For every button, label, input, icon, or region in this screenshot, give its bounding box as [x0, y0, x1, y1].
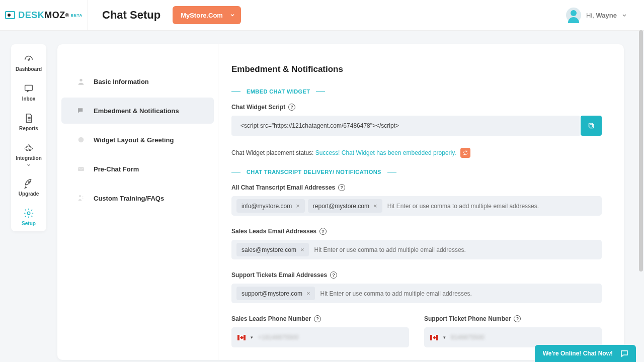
subnav-prechat[interactable]: Pre-Chat Form — [61, 156, 214, 182]
nav-dashboard[interactable]: Dashboard — [16, 53, 42, 72]
svg-point-3 — [27, 212, 30, 215]
help-icon[interactable]: ? — [330, 272, 337, 279]
site-selector[interactable]: MyStore.Com — [173, 6, 241, 24]
nav-reports[interactable]: Reports — [19, 113, 38, 131]
training-icon — [76, 194, 86, 203]
logo-text: DESKMOZ®BETA — [5, 10, 83, 21]
svg-point-2 — [29, 182, 30, 183]
svg-point-4 — [79, 79, 82, 81]
nav-setup[interactable]: Setup — [22, 208, 36, 226]
rocket-icon — [23, 178, 34, 189]
nav-integration[interactable]: Integration — [16, 142, 42, 167]
svg-rect-9 — [589, 123, 592, 127]
content-area: Embedment & Notifications EMBED CHAT WID… — [218, 44, 624, 360]
topbar: DESKMOZ®BETA Chat Setup MyStore.Com Hi, … — [0, 0, 644, 31]
svg-rect-1 — [25, 85, 33, 90]
svg-point-0 — [28, 59, 30, 60]
subnav-widget-layout[interactable]: Widget Layout & Greeting — [61, 127, 214, 153]
email-input[interactable] — [318, 287, 597, 300]
scrollbar-thumb[interactable] — [639, 30, 643, 272]
gear-icon — [23, 208, 34, 219]
setup-subnav: Basic Information Embedment & Notificati… — [57, 44, 218, 360]
support-email-input[interactable]: support@mystore.com× — [231, 284, 602, 303]
logo-icon — [5, 11, 15, 19]
support-phone-label: Support Ticket Phone Number? — [424, 315, 602, 322]
sales-email-label: Sales Leads Email Addresses? — [231, 228, 602, 235]
svg-rect-6 — [78, 167, 84, 171]
page-title: Chat Setup — [102, 9, 160, 22]
email-tag: report@mystore.com× — [308, 199, 382, 213]
script-row: <script src="https://121chatagent.com/67… — [231, 116, 602, 136]
remove-tag-icon[interactable]: × — [306, 290, 310, 297]
user-menu[interactable]: Hi, Wayne — [566, 8, 644, 23]
palette-icon — [76, 135, 86, 144]
chevron-down-icon — [230, 12, 235, 19]
chat-icon — [23, 83, 34, 94]
help-icon[interactable]: ? — [288, 104, 295, 111]
email-input[interactable] — [312, 243, 597, 256]
sales-phone-label: Sales Leads Phone Number? — [231, 315, 409, 322]
embed-icon — [76, 106, 86, 115]
sidebar-rail: Dashboard Inbox Reports Integration Upgr… — [11, 44, 46, 231]
subnav-embedment[interactable]: Embedment & Notifications — [61, 98, 214, 124]
logo[interactable]: DESKMOZ®BETA — [0, 0, 88, 30]
refresh-icon — [462, 150, 468, 156]
flag-canada-icon — [237, 335, 246, 340]
chevron-down-icon[interactable]: ▾ — [251, 335, 253, 340]
document-icon — [23, 113, 34, 124]
help-icon[interactable]: ? — [314, 315, 321, 322]
svg-rect-8 — [590, 124, 593, 128]
support-email-label: Support Tickets Email Addresses? — [231, 272, 602, 279]
remove-tag-icon[interactable]: × — [373, 202, 377, 210]
help-icon[interactable]: ? — [338, 184, 345, 191]
section-transcript-header: CHAT TRANSCRIPT DELIVERY/ NOTIFICATIONS — [231, 169, 602, 175]
scrollbar[interactable] — [639, 0, 643, 362]
svg-point-7 — [79, 195, 81, 197]
email-tag: support@mystore.com× — [236, 287, 315, 300]
gauge-icon — [23, 53, 34, 64]
nav-inbox[interactable]: Inbox — [22, 83, 36, 102]
email-input[interactable] — [385, 200, 597, 213]
flag-canada-icon — [430, 335, 438, 340]
placement-status: Chat Widget placement status: Success! C… — [231, 148, 602, 158]
help-icon[interactable]: ? — [319, 228, 327, 235]
live-chat-widget[interactable]: We're Online! Chat Now! — [535, 345, 636, 362]
section-embed-header: EMBED CHAT WIDGET — [231, 88, 602, 95]
copy-script-button[interactable] — [581, 116, 602, 136]
remove-tag-icon[interactable]: × — [296, 202, 300, 210]
script-value[interactable]: <script src="https://121chatagent.com/67… — [231, 116, 580, 136]
subnav-basic-info[interactable]: Basic Information — [61, 68, 214, 95]
script-label: Chat Widget Script ? — [231, 104, 602, 111]
refresh-status-button[interactable] — [460, 148, 470, 158]
all-transcript-input[interactable]: info@mystore.com× report@mystore.com× — [231, 196, 602, 216]
subnav-faq[interactable]: Custom Training/FAQs — [61, 185, 214, 211]
email-tag: info@mystore.com× — [236, 199, 305, 213]
avatar-icon — [566, 8, 581, 23]
help-icon[interactable]: ? — [514, 315, 521, 322]
email-tag: sales@mystore.com× — [236, 243, 309, 256]
mail-icon — [76, 164, 86, 173]
all-transcript-label: All Chat Transcript Email Addresses? — [231, 184, 602, 191]
sales-email-input[interactable]: sales@mystore.com× — [231, 240, 602, 259]
chat-bubble-icon — [620, 349, 629, 358]
svg-point-5 — [78, 137, 84, 143]
content-heading: Embedment & Notifications — [231, 64, 602, 74]
main-panel: Basic Information Embedment & Notificati… — [57, 44, 624, 360]
support-phone-input[interactable]: ▾ 8148875500 — [424, 327, 602, 347]
chevron-down-icon — [27, 163, 31, 167]
chevron-down-icon — [622, 13, 627, 18]
nav-upgrade[interactable]: Upgrade — [19, 178, 39, 197]
greeting: Hi, Wayne — [586, 12, 617, 19]
copy-icon — [587, 122, 595, 130]
remove-tag-icon[interactable]: × — [300, 246, 304, 253]
chevron-down-icon[interactable]: ▾ — [443, 335, 446, 340]
sales-phone-input[interactable]: ▾ +18148875500 — [231, 327, 409, 347]
person-icon — [76, 77, 86, 86]
puzzle-icon — [23, 142, 34, 153]
